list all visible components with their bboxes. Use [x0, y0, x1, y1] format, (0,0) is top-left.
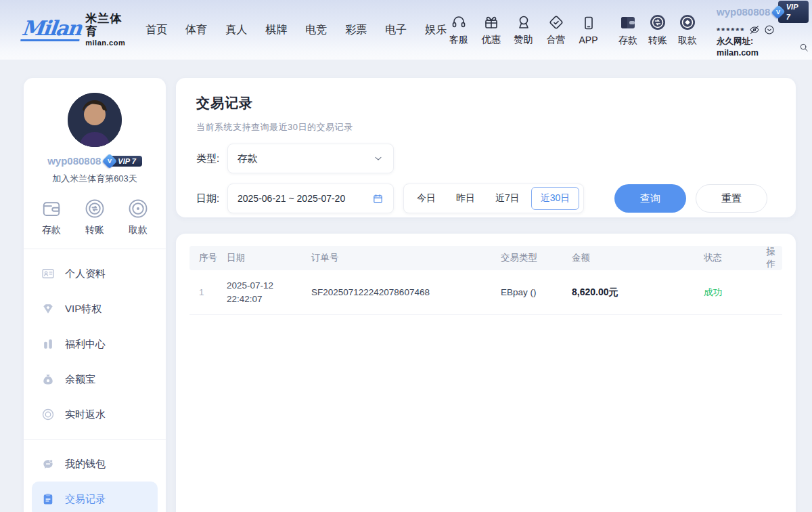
sidebar-item-profile[interactable]: 个人资料	[32, 256, 158, 291]
money-bag-icon	[41, 372, 55, 386]
page-title: 交易记录	[196, 94, 775, 112]
cell-date: 2025-07-12 22:42:07	[227, 279, 311, 305]
transfer-icon	[649, 14, 667, 31]
wallet-icon	[41, 198, 62, 219]
nav-esports[interactable]: 电竞	[305, 23, 327, 37]
logo-domain: milan.com	[85, 39, 125, 47]
welfare-icon	[41, 337, 55, 351]
nav-live-casino[interactable]: 真人	[225, 23, 247, 37]
site-logo[interactable]: Milan 米兰体育 milan.com	[22, 13, 125, 46]
quick-transfer[interactable]: 转账	[85, 198, 105, 236]
col-action: 操作	[758, 246, 782, 270]
preset-yesterday[interactable]: 昨日	[447, 188, 484, 209]
transfer-icon	[85, 198, 105, 219]
deposit-wallet-icon	[619, 14, 637, 31]
eye-off-icon[interactable]	[749, 24, 760, 35]
profile-vip-badge: V VIP 7	[104, 156, 142, 167]
main-nav: 首页 体育 真人 棋牌 电竞 彩票 电子 娱乐	[145, 23, 447, 37]
cell-order-no: SF202507122242078607468	[311, 287, 501, 297]
app-download-button[interactable]: APP	[577, 15, 600, 45]
col-status: 状态	[704, 252, 758, 264]
withdraw-button[interactable]: 取款	[675, 14, 700, 47]
deposit-button[interactable]: 存款	[616, 14, 640, 47]
date-filter-row: 日期: 2025-06-21 ~ 2025-07-20 今日 昨日 近7日 近3…	[196, 184, 775, 213]
withdraw-icon	[679, 14, 696, 31]
logo-script-text: Milan	[20, 18, 82, 41]
nav-slots[interactable]: 电子	[385, 23, 407, 37]
col-amount: 金额	[572, 252, 704, 264]
status-badge: 成功	[704, 286, 758, 299]
sidebar-item-welfare[interactable]: 福利中心	[32, 326, 158, 362]
sidebar-item-rebate[interactable]: 实时返水	[32, 397, 158, 432]
topbar-right: 客服 优惠 赞助 合营	[447, 1, 812, 59]
chevron-down-circle-icon[interactable]	[764, 24, 775, 35]
table-header: 序号 日期 订单号 交易类型 金额 状态 操作	[189, 246, 782, 270]
promotions-button[interactable]: 优惠	[479, 14, 503, 46]
query-button[interactable]: 查询	[614, 184, 686, 213]
type-select[interactable]: 存款	[227, 144, 394, 173]
profile-username: wyp080808	[47, 155, 101, 167]
col-order-no: 订单号	[311, 252, 501, 264]
date-range-value: 2025-06-21 ~ 2025-07-20	[238, 193, 345, 204]
join-days-text: 加入米兰体育第603天	[24, 173, 166, 185]
page-subtitle: 当前系统支持查询最近30日的交易记录	[196, 121, 775, 133]
profile-avatar[interactable]	[68, 93, 122, 147]
permanent-url: 永久网址: milan.com	[717, 36, 797, 59]
username: wyp080808	[717, 5, 770, 19]
cell-type: EBpay ()	[501, 287, 572, 297]
sidebar-menu: 个人资料 VIP特权 福利中心 余额宝	[24, 249, 166, 439]
sponsorship-button[interactable]: 赞助	[512, 14, 535, 46]
sidebar-item-transaction-records[interactable]: 交易记录	[32, 482, 158, 512]
withdraw-icon	[128, 198, 148, 219]
reset-button[interactable]: 重置	[696, 184, 767, 213]
nav-board-games[interactable]: 棋牌	[265, 23, 287, 37]
sidebar-item-yuebao[interactable]: 余额宝	[32, 362, 158, 397]
id-card-icon	[41, 267, 55, 280]
profile-avatar-image	[68, 93, 122, 147]
partnership-button[interactable]: 合营	[544, 14, 568, 46]
gem-icon	[41, 302, 55, 316]
date-range-input[interactable]: 2025-06-21 ~ 2025-07-20	[227, 184, 394, 213]
nav-entertainment[interactable]: 娱乐	[425, 23, 447, 37]
award-icon	[516, 14, 532, 30]
page: Milan 米兰体育 milan.com 首页 体育 真人 棋牌 电竞 彩票 电…	[0, 0, 812, 512]
rebate-icon	[41, 408, 55, 421]
logo-title: 米兰体育	[85, 13, 125, 38]
date-range-presets: 今日 昨日 近7日 近30日	[403, 184, 584, 213]
col-index: 序号	[189, 252, 227, 264]
sidebar-item-my-wallet[interactable]: 我的钱包	[32, 446, 158, 482]
sidebar: wyp080808 V VIP 7 加入米兰体育第603天 存款 转账	[24, 78, 166, 512]
type-label: 类型:	[196, 152, 227, 165]
col-type: 交易类型	[501, 252, 572, 264]
search-icon[interactable]	[799, 43, 809, 52]
type-select-value: 存款	[238, 152, 258, 165]
sidebar-menu-wallet: 我的钱包 交易记录	[24, 440, 166, 512]
nav-home[interactable]: 首页	[145, 23, 167, 37]
table-row: 1 2025-07-12 22:42:07 SF2025071222420786…	[189, 270, 782, 315]
vip-badge: V VIP 7	[773, 1, 808, 24]
nav-sports[interactable]: 体育	[185, 23, 207, 37]
quick-withdraw[interactable]: 取款	[128, 198, 148, 236]
user-info: wyp080808 V VIP 7 ****** 永久网	[717, 1, 809, 59]
preset-last-7-days[interactable]: 近7日	[487, 188, 528, 209]
sidebar-item-vip[interactable]: VIP特权	[32, 291, 158, 326]
wallet-shortcuts: 存款 转账 取款	[616, 14, 700, 47]
preset-last-30-days[interactable]: 近30日	[531, 187, 580, 210]
customer-service-button[interactable]: 客服	[447, 14, 470, 46]
piggy-bank-icon	[41, 457, 55, 471]
cell-amount: 8,620.00元	[572, 286, 704, 299]
top-navbar: Milan 米兰体育 milan.com 首页 体育 真人 棋牌 电竞 彩票 电…	[0, 0, 812, 60]
transfer-button[interactable]: 转账	[646, 14, 670, 47]
records-table-panel: 序号 日期 订单号 交易类型 金额 状态 操作 1 2025-07-12 22:…	[176, 234, 796, 512]
type-filter-row: 类型: 存款	[196, 144, 775, 173]
chevron-down-icon	[373, 153, 384, 164]
nav-lottery[interactable]: 彩票	[345, 23, 367, 37]
cell-index: 1	[189, 287, 227, 297]
preset-today[interactable]: 今日	[408, 188, 445, 209]
filter-panel: 交易记录 当前系统支持查询最近30日的交易记录 类型: 存款 日期: 2025-…	[176, 78, 796, 217]
headset-icon	[451, 14, 467, 30]
masked-balance: ******	[717, 24, 745, 35]
mobile-icon	[581, 15, 597, 31]
quick-deposit[interactable]: 存款	[41, 198, 62, 236]
clipboard-icon	[41, 492, 55, 506]
